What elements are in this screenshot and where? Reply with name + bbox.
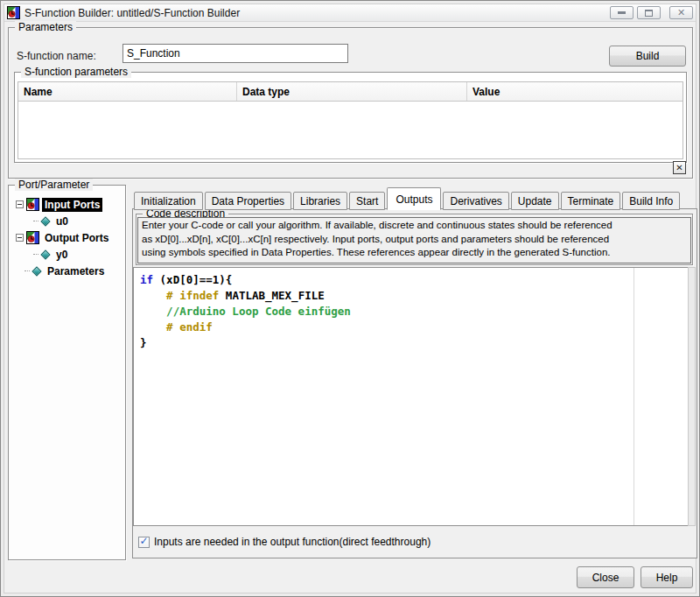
close-icon: ✕ xyxy=(677,8,685,18)
sfunction-parameters-group-label: S-function parameters xyxy=(21,66,131,78)
tree-item-label: Input Ports xyxy=(42,198,102,212)
diamond-icon xyxy=(32,266,41,276)
column-header-value: Value xyxy=(467,82,682,101)
column-header-data-type: Data type xyxy=(237,82,467,101)
tree-item-label: Output Ports xyxy=(42,231,111,245)
sfunction-builder-app-icon xyxy=(7,6,20,19)
tree-item-input-ports[interactable]: Input Ports xyxy=(10,196,123,213)
tab-build-info[interactable]: Build Info xyxy=(622,192,680,210)
tree-expander-icon[interactable] xyxy=(16,234,24,242)
direct-feedthrough-row: ✓ Inputs are needed in the output functi… xyxy=(133,526,696,558)
tree-connector-line xyxy=(33,221,38,221)
close-window-button[interactable]: ✕ xyxy=(669,6,693,19)
tab-start[interactable]: Start xyxy=(349,192,385,210)
outputs-tab-panel: Code description Enter your C-code or ca… xyxy=(132,208,697,558)
column-header-name: Name xyxy=(18,82,237,101)
tree-item-label: u0 xyxy=(53,214,71,228)
diamond-icon xyxy=(40,216,50,226)
tab-data-properties[interactable]: Data Properties xyxy=(205,192,291,210)
parameters-table-body[interactable] xyxy=(18,102,682,158)
port-parameter-group-label: Port/Parameter xyxy=(15,179,93,191)
help-button[interactable]: Help xyxy=(640,566,693,588)
tree-item-label: y0 xyxy=(53,248,70,262)
code-line[interactable]: # endif xyxy=(140,320,686,335)
tab-derivatives[interactable]: Derivatives xyxy=(443,192,508,210)
sfunction-parameters-group: S-function parameters Name Data type Val… xyxy=(14,72,687,163)
code-description-line: using symbols specified in Data Properti… xyxy=(142,246,687,260)
tree-item-parameters[interactable]: Parameters xyxy=(10,263,123,279)
code-line[interactable]: //Arduino Loop Code einfügen xyxy=(140,304,686,320)
sfunction-name-input[interactable] xyxy=(122,44,348,63)
titlebar[interactable]: S-Function Builder: untitled/S-Function … xyxy=(4,4,696,22)
parameters-group: Parameters S-function name: Build S-func… xyxy=(8,27,693,179)
code-line[interactable]: if (xD[0]==1){ xyxy=(140,272,686,288)
tab-terminate[interactable]: Terminate xyxy=(561,192,621,210)
tree-item-y0[interactable]: y0 xyxy=(10,246,123,263)
sfunction-builder-window: S-Function Builder: untitled/S-Function … xyxy=(0,0,700,597)
parameters-table-header: Name Data type Value xyxy=(18,82,682,102)
direct-feedthrough-label: Inputs are needed in the output function… xyxy=(154,536,430,548)
diamond-icon xyxy=(40,249,50,259)
port-parameter-group: Port/Parameter Input Portsu0Output Ports… xyxy=(8,185,126,560)
tab-update[interactable]: Update xyxy=(511,192,559,210)
tree-item-label: Parameters xyxy=(45,264,107,278)
editor-vertical-scrollbar[interactable] xyxy=(688,267,696,526)
port-block-icon xyxy=(26,198,39,211)
code-line[interactable]: # ifndef MATLAB_MEX_FILE xyxy=(140,288,686,304)
tree-item-output-ports[interactable]: Output Ports xyxy=(10,229,123,246)
code-line[interactable]: } xyxy=(140,335,686,351)
code-editor-content[interactable]: if (xD[0]==1){ # ifndef MATLAB_MEX_FILE … xyxy=(140,272,686,351)
window-title: S-Function Builder: untitled/S-Function … xyxy=(24,7,606,19)
code-editor[interactable]: if (xD[0]==1){ # ifndef MATLAB_MEX_FILE … xyxy=(133,267,689,526)
tab-strip: InitializationData PropertiesLibrariesSt… xyxy=(132,186,697,209)
hide-parameters-pane-button[interactable]: ✕ xyxy=(673,161,686,174)
parameters-group-label: Parameters xyxy=(15,21,76,33)
tree-expander-icon[interactable] xyxy=(16,200,24,208)
build-button[interactable]: Build xyxy=(609,46,686,67)
tree-connector-line xyxy=(24,270,30,271)
direct-feedthrough-checkbox[interactable]: ✓ xyxy=(138,537,150,548)
port-parameter-tree: Input Portsu0Output Portsy0Parameters xyxy=(10,196,123,558)
code-description-line: Enter your C-code or call your algorithm… xyxy=(142,219,687,233)
tree-connector-line xyxy=(33,254,38,255)
tab-initialization[interactable]: Initialization xyxy=(134,192,203,210)
maximize-button[interactable] xyxy=(637,6,661,19)
port-block-icon xyxy=(26,231,39,244)
tree-item-u0[interactable]: u0 xyxy=(10,213,123,229)
code-description-group: Code description Enter your C-code or ca… xyxy=(136,214,693,265)
minimize-button[interactable] xyxy=(610,6,634,19)
tab-outputs[interactable]: Outputs xyxy=(387,187,441,210)
minimize-icon xyxy=(618,11,626,14)
tab-libraries[interactable]: Libraries xyxy=(293,192,347,210)
code-description-text: Enter your C-code or call your algorithm… xyxy=(137,217,691,263)
parameters-table: Name Data type Value xyxy=(18,81,683,159)
close-button[interactable]: Close xyxy=(577,566,634,588)
code-description-line: as xD[0]...xD[n], xC[0]...xC[n] respecti… xyxy=(142,233,687,247)
checkmark-icon: ✓ xyxy=(139,536,148,546)
maximize-icon xyxy=(645,10,653,17)
sfunction-name-label: S-function name: xyxy=(17,50,96,62)
